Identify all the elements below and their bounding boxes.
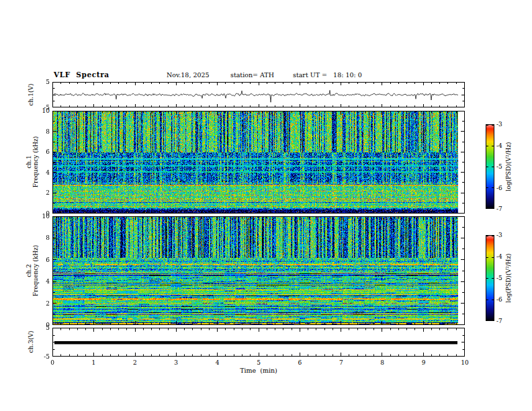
colorbar1-tick-label: -3 bbox=[496, 121, 517, 128]
colorbar1-tick-label: -7 bbox=[496, 205, 517, 212]
spec2-y-tick-label: 8 bbox=[30, 234, 50, 241]
time-tick-label: 4 bbox=[208, 359, 228, 366]
ch1-spectrogram-ylabel: ch.1 Frequency (kHz) bbox=[26, 136, 39, 188]
spec2-y-tick-label: 6 bbox=[30, 257, 50, 263]
colorbar2-tick-label: -5 bbox=[496, 275, 517, 281]
ch3-waveform-canvas bbox=[52, 328, 465, 357]
ch1-waveform-ylabel: ch.1(V) bbox=[28, 84, 34, 106]
time-tick-label: 9 bbox=[414, 359, 434, 366]
colorbar2-tick-label: -6 bbox=[496, 296, 517, 303]
colorbar1-tick-label: -5 bbox=[496, 163, 517, 170]
time-tick-label: 6 bbox=[290, 359, 310, 366]
colorbar1-tick-label: -6 bbox=[496, 185, 517, 191]
ch3-waveform-ylabel: ch.3(V) bbox=[28, 331, 34, 353]
ch2-frequency-axis-label: Frequency (kHz) bbox=[32, 245, 39, 297]
ch2-spectrogram-ylabel: ch.2 Frequency (kHz) bbox=[26, 245, 39, 297]
spec2-y-tick-label: 4 bbox=[30, 278, 50, 285]
station-label: station= ATH bbox=[230, 72, 274, 79]
ch2-spectrogram-canvas bbox=[52, 216, 465, 325]
spec1-y-tick-label: 8 bbox=[30, 128, 50, 135]
figure-date: Nov.18, 2025 bbox=[167, 72, 210, 79]
start-ut-label: start UT = 18: 10: 0 bbox=[293, 72, 362, 79]
ch1-frequency-axis-label: Frequency (kHz) bbox=[32, 136, 39, 188]
ch1-spectrogram-canvas bbox=[52, 111, 465, 214]
ch2-channel-label: ch.2 bbox=[26, 245, 32, 297]
ch3-y-tick-label: 5 bbox=[30, 324, 50, 331]
waveform-y-tick-label: 5 bbox=[30, 79, 50, 85]
colorbar2-tick-label: -3 bbox=[496, 232, 517, 238]
time-tick-label: 8 bbox=[372, 359, 392, 366]
spec1-y-tick-label: 2 bbox=[30, 189, 50, 196]
spec1-y-tick-label: 6 bbox=[30, 148, 50, 155]
time-tick-label: 2 bbox=[125, 359, 145, 366]
colorbar-ch2 bbox=[486, 235, 494, 321]
spec2-y-tick-label: 2 bbox=[30, 300, 50, 307]
ch1-waveform-canvas bbox=[52, 82, 465, 107]
time-tick-label: 0 bbox=[42, 359, 62, 366]
spec1-y-tick-label: 4 bbox=[30, 169, 50, 176]
time-tick-label: 10 bbox=[455, 359, 475, 366]
vlf-spectra-figure: VLF Spectra Nov.18, 2025 station= ATH st… bbox=[0, 0, 532, 411]
time-tick-label: 5 bbox=[249, 359, 269, 366]
colorbar-ch1 bbox=[486, 124, 494, 209]
ch1-channel-label: ch.1 bbox=[26, 136, 32, 188]
time-tick-label: 1 bbox=[83, 359, 103, 366]
figure-title: VLF Spectra bbox=[54, 71, 109, 78]
waveform-y-tick-label: -5 bbox=[30, 104, 50, 111]
colorbar2-tick-label: -7 bbox=[496, 318, 517, 324]
time-tick-label: 7 bbox=[331, 359, 351, 366]
time-axis-label: Time (min) bbox=[232, 367, 285, 374]
time-tick-label: 3 bbox=[166, 359, 186, 366]
colorbar1-tick-label: -4 bbox=[496, 142, 517, 149]
spec2-y-tick-label: 10 bbox=[30, 213, 50, 220]
colorbar2-tick-label: -4 bbox=[496, 253, 517, 260]
